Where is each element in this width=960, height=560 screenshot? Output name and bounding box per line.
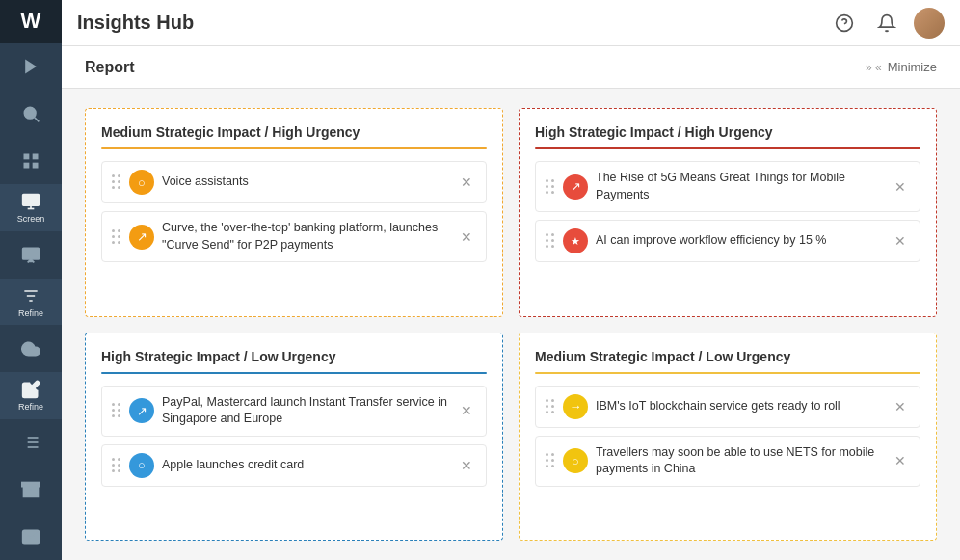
insight-category-icon: → bbox=[563, 394, 588, 419]
minimize-control[interactable]: » « Minimize bbox=[866, 60, 937, 74]
sidebar-item-search[interactable] bbox=[0, 91, 62, 138]
drag-handle-icon[interactable] bbox=[112, 174, 121, 190]
quadrant-high-high: High Strategic Impact / High Urgency ↗ T… bbox=[519, 108, 937, 317]
quadrant-medium-low: Medium Strategic Impact / Low Urgency → … bbox=[519, 333, 937, 542]
help-icon[interactable] bbox=[829, 8, 860, 39]
minimize-label: Minimize bbox=[888, 60, 937, 74]
main-content: Insights Hub Report » « Minimize Medium … bbox=[62, 0, 960, 560]
sidebar-item-archive[interactable] bbox=[0, 467, 62, 514]
quadrant-high-high-divider bbox=[535, 147, 920, 149]
remove-insight-button[interactable]: ✕ bbox=[457, 173, 476, 192]
sidebar-item-cloud[interactable] bbox=[0, 325, 62, 372]
insight-category-icon: ○ bbox=[563, 448, 588, 473]
remove-insight-button[interactable]: ✕ bbox=[891, 397, 910, 416]
insight-text: Voice assistants bbox=[162, 173, 449, 191]
insight-item: ↗ The Rise of 5G Means Great Things for … bbox=[535, 161, 920, 212]
insight-text: Travellers may soon be able to use NETS … bbox=[596, 444, 883, 478]
remove-insight-button[interactable]: ✕ bbox=[457, 227, 476, 247]
sidebar-item-play[interactable] bbox=[0, 43, 62, 91]
quadrant-high-high-title: High Strategic Impact / High Urgency bbox=[535, 124, 920, 140]
quadrant-medium-low-divider bbox=[535, 372, 920, 374]
drag-handle-icon[interactable] bbox=[112, 458, 121, 473]
quadrant-medium-low-title: Medium Strategic Impact / Low Urgency bbox=[535, 349, 920, 364]
insight-text: The Rise of 5G Means Great Things for Mo… bbox=[596, 170, 883, 203]
insight-category-icon: ↗ bbox=[129, 398, 154, 423]
remove-insight-button[interactable]: ✕ bbox=[891, 231, 910, 251]
insight-text: PayPal, Mastercard launch Instant Transf… bbox=[162, 394, 449, 428]
quadrant-grid: Medium Strategic Impact / High Urgency ○… bbox=[85, 108, 937, 541]
app-title: Insights Hub bbox=[77, 12, 829, 34]
sidebar-item-refine1[interactable]: Refine bbox=[0, 279, 62, 326]
sidebar-item-mail[interactable] bbox=[0, 513, 62, 560]
svg-rect-4 bbox=[33, 153, 39, 159]
insight-category-icon: ○ bbox=[129, 170, 154, 195]
drag-handle-icon[interactable] bbox=[546, 399, 555, 414]
sidebar: W Screen Refine Refine bbox=[0, 0, 62, 560]
remove-insight-button[interactable]: ✕ bbox=[891, 451, 910, 470]
remove-insight-button[interactable]: ✕ bbox=[457, 456, 476, 475]
insight-item: ↗ PayPal, Mastercard launch Instant Tran… bbox=[101, 386, 487, 437]
topbar-icons bbox=[829, 8, 945, 39]
insight-category-icon: ↗ bbox=[563, 174, 588, 200]
insight-item: ○ Apple launches credit card ✕ bbox=[101, 444, 487, 487]
svg-rect-17 bbox=[22, 482, 40, 486]
quadrant-medium-high: Medium Strategic Impact / High Urgency ○… bbox=[85, 108, 503, 317]
sidebar-screen-label: Screen bbox=[17, 214, 45, 224]
svg-line-2 bbox=[35, 118, 40, 122]
content-area: Medium Strategic Impact / High Urgency ○… bbox=[62, 89, 960, 560]
drag-handle-icon[interactable] bbox=[112, 403, 121, 418]
insight-text: AI can improve workflow efficiency by 15… bbox=[596, 232, 883, 250]
insight-text: IBM's IoT blockchain service gets ready … bbox=[596, 398, 883, 415]
insight-item: → IBM's IoT blockchain service gets read… bbox=[535, 386, 920, 428]
user-avatar[interactable] bbox=[914, 8, 945, 39]
svg-rect-7 bbox=[23, 195, 40, 206]
insight-item: ↗ Curve, the 'over-the-top' banking plat… bbox=[101, 211, 487, 262]
insight-item: ★ AI can improve workflow efficiency by … bbox=[535, 220, 920, 262]
insight-item: ○ Voice assistants ✕ bbox=[101, 161, 487, 203]
svg-rect-3 bbox=[24, 153, 30, 159]
svg-rect-10 bbox=[23, 249, 40, 260]
sidebar-refine1-label: Refine bbox=[18, 308, 43, 318]
report-title: Report bbox=[85, 59, 135, 76]
sidebar-item-grid[interactable] bbox=[0, 137, 62, 184]
remove-insight-button[interactable]: ✕ bbox=[457, 401, 476, 420]
topbar: Insights Hub bbox=[62, 0, 960, 46]
quadrant-medium-high-title: Medium Strategic Impact / High Urgency bbox=[101, 124, 487, 140]
drag-handle-icon[interactable] bbox=[546, 453, 555, 468]
sidebar-item-monitor[interactable] bbox=[0, 231, 62, 279]
insight-item: ○ Travellers may soon be able to use NET… bbox=[535, 436, 920, 487]
drag-handle-icon[interactable] bbox=[546, 233, 555, 249]
svg-rect-5 bbox=[24, 162, 30, 168]
insight-category-icon: ★ bbox=[563, 228, 588, 253]
report-header: Report » « Minimize bbox=[62, 46, 960, 89]
bell-icon[interactable] bbox=[871, 8, 902, 39]
drag-handle-icon[interactable] bbox=[112, 229, 121, 245]
sidebar-item-list[interactable] bbox=[0, 419, 62, 467]
insight-text: Curve, the 'over-the-top' banking platfo… bbox=[162, 220, 449, 253]
drag-handle-icon[interactable] bbox=[546, 179, 555, 195]
quadrant-medium-high-divider bbox=[101, 147, 487, 149]
app-logo[interactable]: W bbox=[0, 0, 62, 43]
svg-rect-6 bbox=[33, 162, 39, 168]
quadrant-high-low: High Strategic Impact / Low Urgency ↗ Pa… bbox=[85, 333, 503, 542]
svg-point-1 bbox=[24, 107, 36, 119]
sidebar-item-refine2[interactable]: Refine bbox=[0, 372, 62, 419]
insight-category-icon: ○ bbox=[129, 453, 154, 478]
quadrant-high-low-title: High Strategic Impact / Low Urgency bbox=[101, 349, 487, 364]
sidebar-item-screen[interactable]: Screen bbox=[0, 184, 62, 231]
svg-marker-0 bbox=[25, 60, 37, 74]
insight-text: Apple launches credit card bbox=[162, 457, 449, 474]
insight-category-icon: ↗ bbox=[129, 225, 154, 250]
sidebar-refine2-label: Refine bbox=[18, 402, 43, 412]
quadrant-high-low-divider bbox=[101, 372, 487, 374]
remove-insight-button[interactable]: ✕ bbox=[891, 177, 910, 197]
minimize-arrows-icon: » « bbox=[866, 61, 882, 74]
